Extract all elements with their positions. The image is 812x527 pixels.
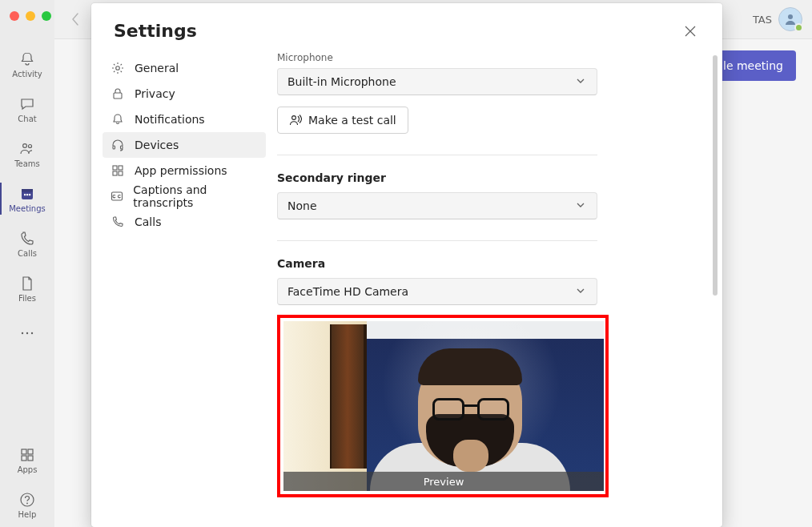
maximize-window-button[interactable] (42, 11, 51, 21)
nav-app-permissions[interactable]: App permissions (103, 158, 266, 183)
nav-devices[interactable]: Devices (103, 132, 266, 158)
file-icon (18, 274, 37, 293)
scrollbar-thumb[interactable] (713, 55, 718, 296)
left-rail: Activity Chat Teams Meetings Calls Files… (0, 0, 54, 527)
preview-label: Preview (283, 472, 604, 491)
svg-rect-22 (119, 166, 123, 170)
microphone-label: Microphone (277, 52, 700, 63)
secondary-ringer-dropdown[interactable]: None (277, 192, 597, 219)
window-controls (10, 11, 51, 21)
camera-preview: Preview (283, 321, 604, 491)
rail-teams[interactable]: Teams (0, 131, 54, 176)
nav-label: Calls (135, 215, 161, 228)
microphone-dropdown[interactable]: Built-in Microphone (277, 68, 597, 95)
rail-label: Help (18, 511, 37, 519)
svg-point-10 (31, 332, 33, 334)
grid-icon (111, 163, 125, 178)
rail-label: Calls (18, 250, 37, 258)
close-button[interactable] (681, 22, 700, 41)
svg-rect-14 (28, 456, 33, 461)
rail-apps[interactable]: Apps (0, 437, 54, 482)
nav-captions[interactable]: Captions and transcripts (103, 183, 266, 209)
svg-point-2 (29, 145, 32, 148)
gear-icon (111, 61, 125, 75)
chevron-down-icon (576, 76, 587, 87)
rail-files[interactable]: Files (0, 266, 54, 311)
settings-nav: General Privacy Notifications Devices Ap… (91, 49, 277, 527)
svg-rect-4 (22, 189, 33, 192)
headset-icon (111, 138, 125, 152)
rail-meetings[interactable]: Meetings (0, 176, 54, 221)
close-icon (685, 26, 696, 37)
settings-content: Microphone Built-in Microphone Make a te… (277, 49, 722, 527)
bell-icon (18, 50, 37, 69)
svg-point-9 (26, 332, 28, 334)
divider (277, 240, 597, 241)
nav-label: Captions and transcripts (133, 183, 258, 209)
svg-point-17 (116, 66, 120, 70)
nav-notifications[interactable]: Notifications (103, 107, 266, 132)
lock-icon (111, 86, 125, 101)
rail-label: Apps (18, 466, 38, 474)
captions-icon (111, 189, 123, 203)
svg-rect-13 (22, 456, 26, 461)
user-initials: TAS (753, 14, 772, 26)
svg-rect-18 (114, 93, 122, 99)
back-button[interactable] (64, 8, 86, 30)
more-icon (18, 324, 37, 343)
svg-rect-7 (29, 194, 30, 195)
nav-calls[interactable]: Calls (103, 209, 266, 235)
nav-label: Privacy (135, 87, 175, 100)
rail-more[interactable] (0, 311, 54, 356)
svg-rect-5 (24, 194, 26, 195)
svg-point-1 (23, 144, 27, 148)
rail-calls[interactable]: Calls (0, 221, 54, 266)
nav-label: App permissions (135, 164, 227, 177)
dropdown-value: Built-in Microphone (287, 75, 396, 88)
nav-label: Notifications (135, 113, 205, 126)
svg-point-16 (26, 503, 28, 505)
svg-rect-6 (26, 194, 28, 195)
nav-general[interactable]: General (103, 55, 266, 81)
chat-icon (18, 95, 37, 114)
apps-icon (18, 445, 37, 465)
nav-privacy[interactable]: Privacy (103, 81, 266, 107)
svg-rect-19 (113, 146, 115, 149)
minimize-window-button[interactable] (26, 11, 35, 21)
modal-header: Settings (91, 3, 722, 49)
svg-rect-12 (28, 449, 33, 454)
svg-point-0 (788, 14, 793, 19)
rail-label: Meetings (9, 205, 46, 213)
help-icon (18, 490, 37, 509)
rail-label: Chat (18, 115, 36, 123)
rail-help[interactable]: Help (0, 482, 54, 527)
rail-label: Files (18, 295, 36, 303)
rail-chat[interactable]: Chat (0, 86, 54, 131)
calendar-icon (18, 184, 37, 203)
svg-rect-20 (121, 146, 123, 149)
modal-title: Settings (114, 21, 197, 41)
close-window-button[interactable] (10, 11, 19, 21)
rail-activity[interactable]: Activity (0, 42, 54, 86)
svg-point-8 (22, 332, 23, 334)
camera-label: Camera (277, 257, 700, 270)
camera-preview-highlight: Preview (277, 315, 609, 497)
bell-icon (111, 112, 125, 127)
camera-dropdown[interactable]: FaceTime HD Camera (277, 278, 597, 305)
secondary-ringer-label: Secondary ringer (277, 171, 700, 184)
nav-label: Devices (135, 139, 179, 151)
svg-rect-11 (22, 449, 26, 454)
phone-icon (111, 215, 125, 229)
test-call-button[interactable]: Make a test call (277, 107, 408, 134)
rail-label: Activity (12, 70, 42, 78)
svg-rect-21 (113, 166, 117, 170)
people-icon (18, 139, 37, 159)
person-voice-icon (289, 114, 302, 127)
button-label: Make a test call (308, 114, 396, 127)
nav-label: General (135, 62, 179, 74)
settings-modal: Settings General Privacy Notifications D… (91, 3, 722, 527)
avatar[interactable] (778, 7, 802, 31)
svg-rect-23 (113, 171, 117, 175)
rail-label: Teams (14, 160, 40, 168)
svg-rect-24 (119, 171, 123, 175)
